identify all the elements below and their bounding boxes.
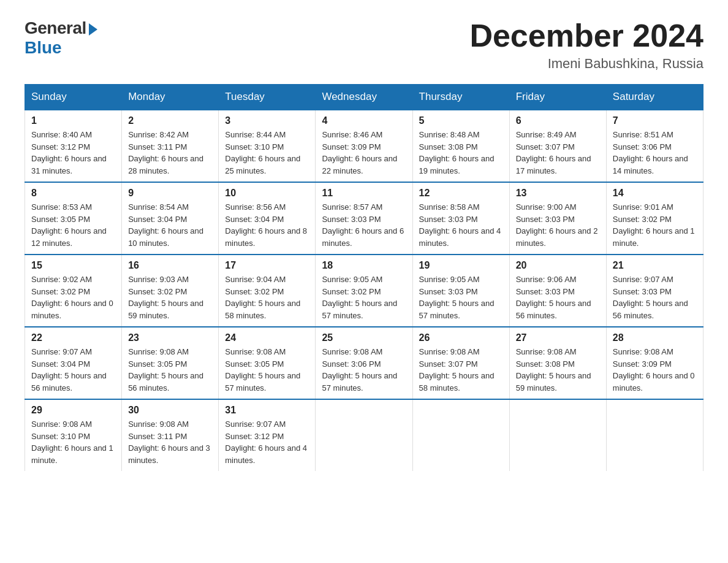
calendar-cell — [606, 399, 703, 471]
col-header-friday: Friday — [509, 85, 606, 110]
calendar-cell: 3 Sunrise: 8:44 AMSunset: 3:10 PMDayligh… — [219, 110, 316, 182]
day-info: Sunrise: 8:54 AMSunset: 3:04 PMDaylight:… — [128, 201, 212, 249]
day-info: Sunrise: 9:01 AMSunset: 3:02 PMDaylight:… — [613, 201, 697, 249]
day-info: Sunrise: 9:08 AMSunset: 3:11 PMDaylight:… — [128, 418, 212, 466]
calendar-week-3: 15 Sunrise: 9:02 AMSunset: 3:02 PMDaylig… — [25, 255, 703, 327]
day-number: 8 — [31, 188, 115, 199]
day-info: Sunrise: 9:07 AMSunset: 3:12 PMDaylight:… — [225, 418, 309, 466]
day-info: Sunrise: 9:03 AMSunset: 3:02 PMDaylight:… — [128, 274, 212, 321]
calendar-cell: 16 Sunrise: 9:03 AMSunset: 3:02 PMDaylig… — [122, 255, 219, 327]
day-number: 31 — [225, 405, 309, 416]
calendar-cell — [509, 399, 606, 471]
col-header-tuesday: Tuesday — [219, 85, 316, 110]
day-info: Sunrise: 8:51 AMSunset: 3:06 PMDaylight:… — [613, 129, 697, 177]
day-info: Sunrise: 9:07 AMSunset: 3:03 PMDaylight:… — [613, 274, 697, 321]
day-info: Sunrise: 9:08 AMSunset: 3:08 PMDaylight:… — [516, 346, 600, 394]
day-number: 17 — [225, 260, 309, 271]
day-info: Sunrise: 9:08 AMSunset: 3:06 PMDaylight:… — [322, 346, 406, 394]
day-info: Sunrise: 8:56 AMSunset: 3:04 PMDaylight:… — [225, 201, 309, 249]
day-info: Sunrise: 9:08 AMSunset: 3:05 PMDaylight:… — [225, 346, 309, 394]
day-info: Sunrise: 9:02 AMSunset: 3:02 PMDaylight:… — [31, 274, 115, 321]
day-info: Sunrise: 8:53 AMSunset: 3:05 PMDaylight:… — [31, 201, 115, 249]
col-header-saturday: Saturday — [606, 85, 703, 110]
day-info: Sunrise: 9:08 AMSunset: 3:05 PMDaylight:… — [128, 346, 212, 394]
day-info: Sunrise: 9:05 AMSunset: 3:02 PMDaylight:… — [322, 274, 406, 321]
day-number: 7 — [613, 115, 697, 126]
day-number: 20 — [516, 260, 600, 271]
day-number: 14 — [613, 188, 697, 199]
calendar-cell: 22 Sunrise: 9:07 AMSunset: 3:04 PMDaylig… — [25, 327, 122, 399]
day-info: Sunrise: 9:08 AMSunset: 3:10 PMDaylight:… — [31, 418, 115, 466]
col-header-monday: Monday — [122, 85, 219, 110]
calendar-cell: 11 Sunrise: 8:57 AMSunset: 3:03 PMDaylig… — [316, 182, 412, 255]
day-info: Sunrise: 8:46 AMSunset: 3:09 PMDaylight:… — [322, 129, 406, 177]
page-header: General Blue December 2024 Imeni Babushk… — [25, 18, 703, 72]
calendar-cell: 9 Sunrise: 8:54 AMSunset: 3:04 PMDayligh… — [122, 182, 219, 255]
day-info: Sunrise: 8:48 AMSunset: 3:08 PMDaylight:… — [419, 129, 503, 177]
logo-general-text: General — [25, 18, 86, 38]
calendar-cell: 12 Sunrise: 8:58 AMSunset: 3:03 PMDaylig… — [412, 182, 509, 255]
day-info: Sunrise: 9:00 AMSunset: 3:03 PMDaylight:… — [516, 201, 600, 249]
calendar-week-4: 22 Sunrise: 9:07 AMSunset: 3:04 PMDaylig… — [25, 327, 703, 399]
day-number: 28 — [613, 332, 697, 343]
day-number: 27 — [516, 332, 600, 343]
day-number: 21 — [613, 260, 697, 271]
calendar-cell: 26 Sunrise: 9:08 AMSunset: 3:07 PMDaylig… — [412, 327, 509, 399]
day-number: 18 — [322, 260, 406, 271]
day-number: 30 — [128, 405, 212, 416]
location-subtitle: Imeni Babushkina, Russia — [469, 56, 703, 72]
calendar-cell: 2 Sunrise: 8:42 AMSunset: 3:11 PMDayligh… — [122, 110, 219, 182]
calendar-week-1: 1 Sunrise: 8:40 AMSunset: 3:12 PMDayligh… — [25, 110, 703, 182]
col-header-sunday: Sunday — [25, 85, 122, 110]
day-number: 24 — [225, 332, 309, 343]
day-number: 22 — [31, 332, 115, 343]
day-info: Sunrise: 9:04 AMSunset: 3:02 PMDaylight:… — [225, 274, 309, 321]
day-number: 9 — [128, 188, 212, 199]
calendar-cell: 4 Sunrise: 8:46 AMSunset: 3:09 PMDayligh… — [316, 110, 412, 182]
day-info: Sunrise: 8:40 AMSunset: 3:12 PMDaylight:… — [31, 129, 115, 177]
calendar-cell: 21 Sunrise: 9:07 AMSunset: 3:03 PMDaylig… — [606, 255, 703, 327]
calendar-cell: 24 Sunrise: 9:08 AMSunset: 3:05 PMDaylig… — [219, 327, 316, 399]
day-number: 11 — [322, 188, 406, 199]
calendar-cell: 7 Sunrise: 8:51 AMSunset: 3:06 PMDayligh… — [606, 110, 703, 182]
calendar-cell: 6 Sunrise: 8:49 AMSunset: 3:07 PMDayligh… — [509, 110, 606, 182]
day-number: 10 — [225, 188, 309, 199]
day-number: 13 — [516, 188, 600, 199]
day-number: 25 — [322, 332, 406, 343]
day-number: 4 — [322, 115, 406, 126]
day-info: Sunrise: 9:08 AMSunset: 3:09 PMDaylight:… — [613, 346, 697, 394]
calendar-week-5: 29 Sunrise: 9:08 AMSunset: 3:10 PMDaylig… — [25, 399, 703, 471]
day-info: Sunrise: 9:05 AMSunset: 3:03 PMDaylight:… — [419, 274, 503, 321]
calendar-cell: 14 Sunrise: 9:01 AMSunset: 3:02 PMDaylig… — [606, 182, 703, 255]
calendar-cell: 15 Sunrise: 9:02 AMSunset: 3:02 PMDaylig… — [25, 255, 122, 327]
logo-arrow-icon — [89, 23, 97, 36]
calendar-cell: 29 Sunrise: 9:08 AMSunset: 3:10 PMDaylig… — [25, 399, 122, 471]
day-number: 2 — [128, 115, 212, 126]
logo: General Blue — [25, 18, 97, 58]
calendar-cell — [412, 399, 509, 471]
day-number: 16 — [128, 260, 212, 271]
calendar-cell: 23 Sunrise: 9:08 AMSunset: 3:05 PMDaylig… — [122, 327, 219, 399]
calendar-cell: 25 Sunrise: 9:08 AMSunset: 3:06 PMDaylig… — [316, 327, 412, 399]
calendar-cell: 10 Sunrise: 8:56 AMSunset: 3:04 PMDaylig… — [219, 182, 316, 255]
day-number: 29 — [31, 405, 115, 416]
logo-blue-text: Blue — [25, 38, 62, 58]
day-number: 6 — [516, 115, 600, 126]
day-info: Sunrise: 8:44 AMSunset: 3:10 PMDaylight:… — [225, 129, 309, 177]
day-info: Sunrise: 9:07 AMSunset: 3:04 PMDaylight:… — [31, 346, 115, 394]
calendar-header-row: Sunday Monday Tuesday Wednesday Thursday… — [25, 85, 703, 110]
day-number: 15 — [31, 260, 115, 271]
day-info: Sunrise: 8:57 AMSunset: 3:03 PMDaylight:… — [322, 201, 406, 249]
title-block: December 2024 Imeni Babushkina, Russia — [469, 18, 703, 72]
calendar-cell: 28 Sunrise: 9:08 AMSunset: 3:09 PMDaylig… — [606, 327, 703, 399]
day-number: 26 — [419, 332, 503, 343]
calendar-cell: 27 Sunrise: 9:08 AMSunset: 3:08 PMDaylig… — [509, 327, 606, 399]
day-info: Sunrise: 8:49 AMSunset: 3:07 PMDaylight:… — [516, 129, 600, 177]
calendar-week-2: 8 Sunrise: 8:53 AMSunset: 3:05 PMDayligh… — [25, 182, 703, 255]
day-number: 12 — [419, 188, 503, 199]
calendar-cell: 20 Sunrise: 9:06 AMSunset: 3:03 PMDaylig… — [509, 255, 606, 327]
day-number: 23 — [128, 332, 212, 343]
day-info: Sunrise: 9:08 AMSunset: 3:07 PMDaylight:… — [419, 346, 503, 394]
day-info: Sunrise: 9:06 AMSunset: 3:03 PMDaylight:… — [516, 274, 600, 321]
logo-top: General — [25, 18, 97, 38]
